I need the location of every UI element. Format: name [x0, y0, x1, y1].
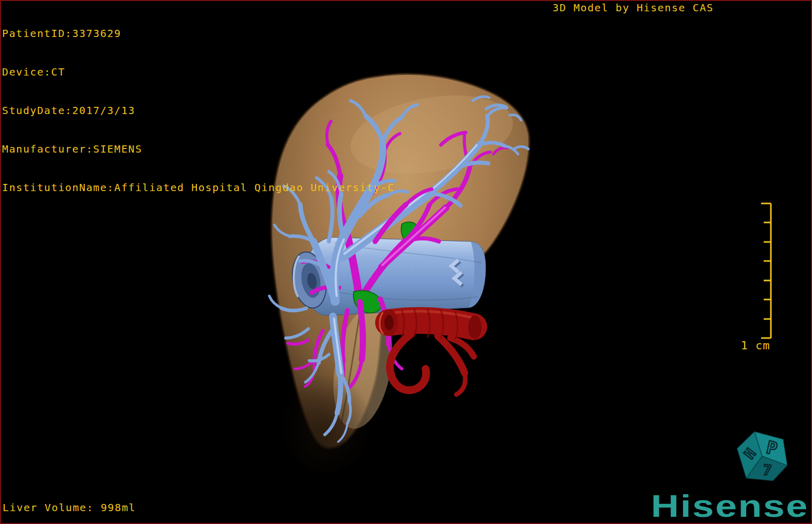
patient-info-block: PatientID:3373629 Device:CT StudyDate:20… [2, 2, 395, 220]
study-date-text: StudyDate:2017/3/13 [2, 104, 395, 117]
scale-label: 1 cm [741, 339, 770, 352]
patient-id-text: PatientID:3373629 [2, 27, 395, 40]
liver-volume-text: Liver Volume: 998ml [3, 501, 136, 514]
hisense-logo: Hisense [651, 488, 809, 524]
device-text: Device:CT [2, 66, 395, 79]
viewport: 1 cm P H 7 PatientID:3373629 Device:CT S… [0, 0, 812, 524]
orientation-cube[interactable]: P H 7 [737, 432, 787, 481]
watermark-title: 3D Model by Hisense CAS [552, 2, 714, 14]
scale-bar: 1 cm [741, 203, 771, 352]
institution-text: InstitutionName:Affiliated Hospital Qing… [2, 181, 395, 194]
manufacturer-text: Manufacturer:SIEMENS [2, 143, 395, 156]
hepatic-artery [380, 309, 482, 395]
cube-face-letter-7: 7 [762, 461, 772, 479]
